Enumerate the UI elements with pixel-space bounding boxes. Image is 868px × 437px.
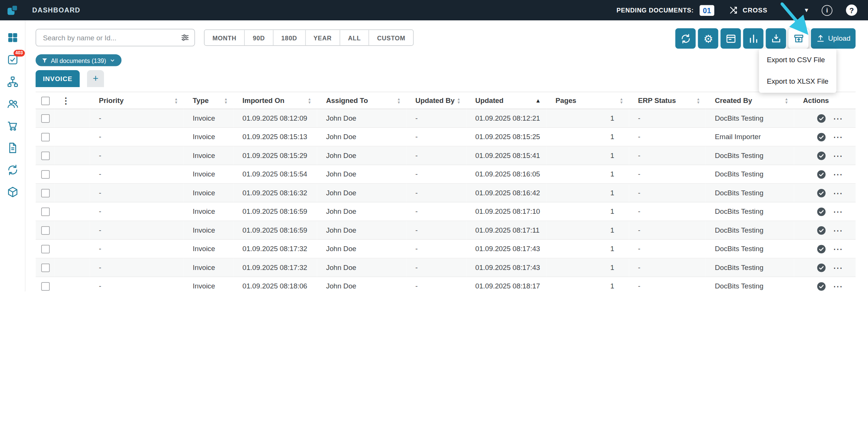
row-more-icon[interactable]: ⋯ bbox=[833, 151, 843, 161]
sort-icon[interactable]: ▲▼ bbox=[174, 97, 178, 104]
documents-filter-pill[interactable]: All documents (139) bbox=[36, 54, 122, 66]
row-checkbox[interactable] bbox=[41, 133, 50, 141]
sort-asc-icon[interactable]: ▲ bbox=[535, 98, 541, 103]
table-row[interactable]: - Invoice 01.09.2025 08:15:29 John Doe -… bbox=[36, 146, 856, 165]
row-checkbox[interactable] bbox=[41, 170, 50, 179]
pending-documents-badge[interactable]: 01 bbox=[700, 5, 715, 16]
verified-check-icon[interactable] bbox=[817, 207, 827, 216]
verified-check-icon[interactable] bbox=[817, 169, 827, 179]
row-more-icon[interactable]: ⋯ bbox=[833, 188, 843, 198]
table-row[interactable]: - Invoice 01.09.2025 08:12:09 John Doe -… bbox=[36, 109, 856, 128]
col-header-imported-on[interactable]: Imported On bbox=[243, 97, 284, 104]
range-all-button[interactable]: ALL bbox=[339, 30, 368, 46]
table-row[interactable]: - Invoice 01.09.2025 08:16:32 John Doe -… bbox=[36, 184, 856, 202]
row-more-icon[interactable]: ⋯ bbox=[833, 169, 843, 179]
cell-updated-by: - bbox=[406, 146, 466, 165]
search-input[interactable] bbox=[36, 29, 195, 47]
menu-item-export-xlsx[interactable]: Export to XLSX File bbox=[759, 71, 836, 92]
table-row[interactable]: - Invoice 01.09.2025 08:17:32 John Doe -… bbox=[36, 239, 856, 258]
col-header-assigned-to[interactable]: Assigned To bbox=[326, 97, 368, 104]
sidebar-item-documents[interactable] bbox=[6, 141, 19, 155]
verified-check-icon[interactable] bbox=[817, 188, 827, 198]
add-tab-button[interactable]: + bbox=[87, 70, 104, 87]
action-toolbar: ⚙ Upload bbox=[675, 28, 856, 49]
import-button[interactable] bbox=[766, 28, 786, 49]
row-more-icon[interactable]: ⋯ bbox=[833, 113, 843, 123]
sort-icon[interactable]: ▲▼ bbox=[620, 97, 623, 104]
verified-check-icon[interactable] bbox=[817, 113, 827, 123]
sidebar-item-packages[interactable] bbox=[6, 185, 19, 199]
row-checkbox[interactable] bbox=[41, 282, 50, 291]
topbar-caret-down-icon[interactable]: ▼ bbox=[804, 8, 809, 13]
range-year-button[interactable]: YEAR bbox=[305, 30, 339, 46]
col-header-created-by[interactable]: Created By bbox=[715, 97, 752, 104]
card-view-button[interactable] bbox=[721, 28, 741, 49]
row-more-icon[interactable]: ⋯ bbox=[833, 281, 843, 291]
row-checkbox[interactable] bbox=[41, 151, 50, 160]
range-180d-button[interactable]: 180D bbox=[273, 30, 305, 46]
cell-assigned-to: John Doe bbox=[317, 146, 406, 165]
col-header-erp-status[interactable]: ERP Status bbox=[638, 97, 676, 104]
col-header-priority[interactable]: Priority bbox=[99, 97, 124, 104]
col-header-updated-by[interactable]: Updated By bbox=[416, 97, 455, 104]
verified-check-icon[interactable] bbox=[817, 225, 827, 235]
sidebar-item-sync[interactable] bbox=[6, 163, 19, 176]
col-header-updated[interactable]: Updated bbox=[475, 97, 504, 104]
table-row[interactable]: - Invoice 01.09.2025 08:17:32 John Doe -… bbox=[36, 258, 856, 277]
column-menu-kebab-icon[interactable]: ⋮ bbox=[62, 95, 70, 105]
export-button[interactable] bbox=[789, 28, 809, 49]
row-checkbox[interactable] bbox=[41, 207, 50, 216]
info-icon[interactable]: i bbox=[822, 5, 833, 16]
range-90d-button[interactable]: 90D bbox=[244, 30, 273, 46]
verified-check-icon[interactable] bbox=[817, 244, 827, 254]
table-row[interactable]: - Invoice 01.09.2025 08:16:59 John Doe -… bbox=[36, 221, 856, 240]
cell-created-by: DocBits Testing bbox=[706, 184, 794, 202]
sidebar-item-users[interactable] bbox=[6, 97, 19, 110]
workspace-selector[interactable]: CROSS bbox=[729, 6, 767, 15]
verified-check-icon[interactable] bbox=[817, 132, 827, 142]
range-custom-button[interactable]: CUSTOM bbox=[369, 30, 413, 46]
sidebar-item-workflow[interactable] bbox=[6, 75, 19, 88]
sidebar-item-dashboard[interactable] bbox=[6, 31, 19, 44]
sort-icon[interactable]: ▲▼ bbox=[697, 97, 700, 104]
sidebar-item-orders[interactable] bbox=[6, 119, 19, 132]
row-checkbox[interactable] bbox=[41, 245, 50, 253]
col-header-pages[interactable]: Pages bbox=[556, 97, 576, 104]
sort-icon[interactable]: ▲▼ bbox=[397, 97, 401, 104]
sort-icon[interactable]: ▲▼ bbox=[224, 97, 228, 104]
verified-check-icon[interactable] bbox=[817, 281, 827, 291]
row-more-icon[interactable]: ⋯ bbox=[833, 132, 843, 142]
table-row[interactable]: - Invoice 01.09.2025 08:16:59 John Doe -… bbox=[36, 202, 856, 221]
table-row[interactable]: - Invoice 01.09.2025 08:15:54 John Doe -… bbox=[36, 165, 856, 184]
verified-check-icon[interactable] bbox=[817, 151, 827, 161]
row-more-icon[interactable]: ⋯ bbox=[833, 263, 843, 273]
settings-button[interactable]: ⚙ bbox=[698, 28, 718, 49]
table-row[interactable]: - Invoice 01.09.2025 08:18:06 John Doe -… bbox=[36, 277, 856, 291]
sort-icon[interactable]: ▲▼ bbox=[457, 97, 461, 104]
select-all-checkbox[interactable] bbox=[41, 97, 50, 105]
upload-button[interactable]: Upload bbox=[811, 28, 856, 49]
cell-priority: - bbox=[90, 202, 184, 221]
tab-invoice[interactable]: INVOICE bbox=[36, 70, 80, 87]
docbits-logo-icon[interactable] bbox=[6, 4, 19, 17]
cell-pages: 1 bbox=[547, 109, 629, 128]
row-checkbox[interactable] bbox=[41, 189, 50, 197]
refresh-button[interactable] bbox=[675, 28, 696, 49]
verified-check-icon[interactable] bbox=[817, 263, 827, 273]
row-more-icon[interactable]: ⋯ bbox=[833, 244, 843, 254]
row-checkbox[interactable] bbox=[41, 226, 50, 235]
range-month-button[interactable]: MONTH bbox=[205, 30, 244, 46]
col-header-type[interactable]: Type bbox=[193, 97, 209, 104]
filter-sliders-icon[interactable] bbox=[180, 33, 190, 43]
table-row[interactable]: - Invoice 01.09.2025 08:15:13 John Doe -… bbox=[36, 127, 856, 146]
row-more-icon[interactable]: ⋯ bbox=[833, 225, 843, 235]
row-checkbox[interactable] bbox=[41, 263, 50, 272]
sort-icon[interactable]: ▲▼ bbox=[785, 97, 789, 104]
help-icon[interactable]: ? bbox=[846, 5, 857, 16]
menu-item-export-csv[interactable]: Export to CSV File bbox=[759, 49, 836, 71]
sort-icon[interactable]: ▲▼ bbox=[308, 97, 312, 104]
row-more-icon[interactable]: ⋯ bbox=[833, 207, 843, 216]
sidebar-item-validation[interactable]: 403 bbox=[6, 53, 19, 66]
row-checkbox[interactable] bbox=[41, 114, 50, 123]
analytics-button[interactable] bbox=[743, 28, 764, 49]
